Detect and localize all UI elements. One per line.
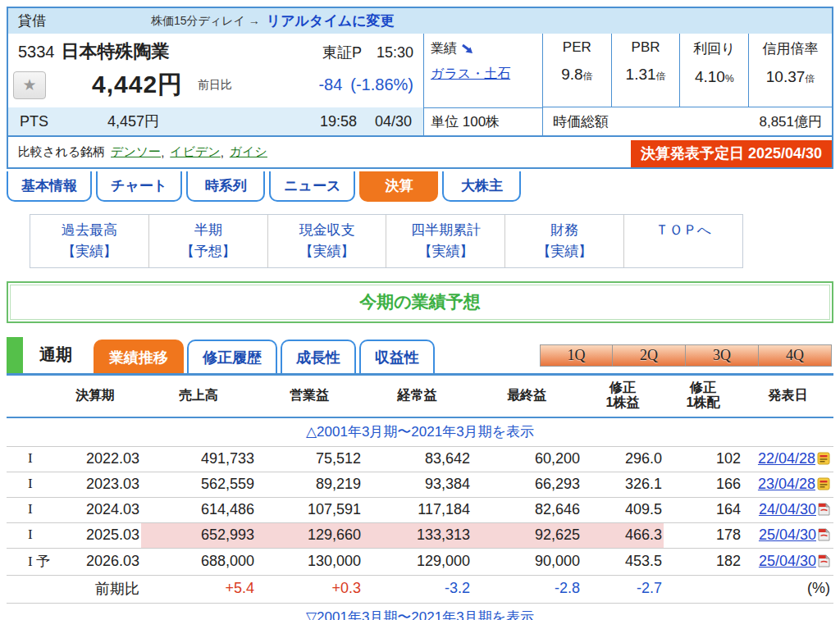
period-cell: 2025.03 (49, 522, 141, 548)
subnav-record-high[interactable]: 過去最高【実績】 (30, 215, 148, 267)
tab-growth[interactable]: 成長性 (281, 340, 356, 373)
quote-left-column: 5334 日本特殊陶業 東証P15:30 ★ 4,442円 前日比 -84(-1… (8, 34, 423, 135)
tab-major-shareholders[interactable]: 大株主 (442, 171, 521, 202)
sales-cell: 491,733 (141, 446, 256, 472)
metric-value: 10.37倍 (749, 68, 832, 86)
tab-performance-trend[interactable]: 業績推移 (94, 340, 184, 373)
empty-cell (7, 575, 49, 603)
yoy-sales: +5.4 (141, 575, 256, 603)
sector-column: 業績 ガラス・土石 単位 100株 (423, 34, 543, 135)
col-adjusted-eps: 修正1株益 (582, 376, 664, 417)
div-cell: 182 (664, 548, 742, 575)
scope-label: 通期 (39, 344, 72, 366)
quarter-button-2q[interactable]: 2Q (613, 344, 686, 367)
change-value: -84 (318, 75, 342, 93)
yoy-ord: -3.2 (363, 575, 472, 603)
div-cell: 164 (664, 497, 742, 522)
show-older-periods-link-bottom[interactable]: ▽2001年3月期〜2021年3月期を表示 (306, 609, 534, 620)
stock-detail-page: 貸借 株価15分ディレイ → リアルタイムに変更 5334 日本特殊陶業 東証P… (0, 0, 840, 620)
tab-profitability[interactable]: 収益性 (359, 340, 435, 373)
op-cell: 89,219 (256, 472, 363, 497)
subnav-quarterly-cumulative[interactable]: 四半期累計【実績】 (386, 215, 504, 267)
news-icon[interactable] (817, 477, 830, 490)
announce-date-link[interactable]: 25/04/30 (759, 527, 816, 543)
tab-revision-history[interactable]: 修正履歴 (187, 340, 277, 373)
pdf-icon[interactable] (818, 528, 830, 541)
range-link-row-bottom: ▽2001年3月期〜2021年3月期を表示 (7, 603, 833, 620)
pts-time: 19:58 (320, 113, 357, 130)
quarter-button-1q[interactable]: 1Q (540, 344, 613, 367)
quarter-button-3q[interactable]: 3Q (686, 344, 759, 367)
sector-label: 業績 (431, 40, 457, 57)
sector-block: 業績 ガラス・土石 (424, 34, 542, 107)
quote-topbar: 貸借 株価15分ディレイ → リアルタイムに変更 (8, 8, 832, 34)
subnav-half-year[interactable]: 半期【予想】 (148, 215, 267, 267)
subnav-cash-flow[interactable]: 現金収支【実績】 (267, 215, 386, 267)
earnings-table: 決算期 売上高 営業益 経常益 最終益 修正1株益 修正1株配 発表日 △200… (7, 376, 833, 620)
pts-price: 4,457円 (107, 112, 159, 131)
announce-date-link[interactable]: 24/04/30 (759, 501, 816, 517)
tab-news[interactable]: ニュース (269, 171, 355, 202)
table-row-2026-forecast: I 予 2026.03 688,000 130,000 129,000 90,0… (7, 548, 833, 575)
col-ordinary-profit: 経常益 (363, 376, 472, 417)
sales-cell: 652,993 (141, 522, 256, 548)
announce-date-link[interactable]: 22/04/28 (758, 450, 815, 467)
col-operating-profit: 営業益 (256, 376, 363, 417)
forecast-banner: 今期の業績予想 (7, 281, 833, 323)
metric-yield: 利回り 4.10% (679, 34, 748, 107)
unit-label: 単位 100株 (431, 112, 500, 131)
div-cell: 102 (664, 446, 742, 472)
col-adjusted-dividend: 修正1株配 (664, 376, 742, 417)
accounting-standard-marker: I (7, 472, 49, 497)
pdf-icon[interactable] (818, 503, 830, 516)
empty-cell (664, 575, 742, 603)
favorite-button[interactable]: ★ (13, 71, 46, 99)
price-row: ★ 4,442円 前日比 -84(-1.86%) (8, 64, 423, 107)
tab-chart[interactable]: チャート (96, 171, 182, 202)
metric-value: 9.8倍 (543, 66, 611, 84)
pdf-icon[interactable] (818, 554, 830, 568)
ord-cell: 93,384 (363, 472, 472, 497)
market-label: 東証P (322, 44, 362, 61)
announce-date-link[interactable]: 25/04/30 (759, 553, 816, 569)
net-cell: 82,646 (472, 497, 582, 522)
subnav-financials[interactable]: 財務【実績】 (504, 215, 623, 267)
period-cell: 2023.03 (49, 472, 141, 497)
tab-basic-info[interactable]: 基本情報 (7, 171, 92, 202)
quarter-buttons: 1Q 2Q 3Q 4Q (540, 344, 832, 367)
chart-arrow-icon[interactable] (460, 43, 475, 55)
date-cell: 25/04/30 (742, 522, 833, 548)
period-cell: 2022.03 (49, 446, 141, 472)
ord-cell: 133,313 (363, 522, 472, 548)
market-cap-row: 時価総額 8,851億円 (543, 107, 832, 135)
op-cell: 75,512 (256, 446, 363, 472)
quarter-button-4q[interactable]: 4Q (759, 344, 832, 367)
compare-link-ibiden[interactable]: イビデン (170, 144, 220, 160)
eps-cell: 453.5 (582, 548, 664, 575)
eps-cell: 466.3 (582, 522, 664, 548)
pts-label: PTS (20, 113, 48, 130)
announce-date-link[interactable]: 23/04/28 (758, 476, 815, 492)
yoy-op: +0.3 (256, 575, 363, 603)
realtime-switch-link[interactable]: リアルタイムに変更 (267, 11, 395, 30)
earnings-date-badge: 決算発表予定日 2025/04/30 (631, 140, 832, 167)
compare-link-gaishi[interactable]: ガイシ (230, 144, 267, 160)
metric-label: 信用倍率 (749, 39, 832, 58)
period-cell: 2024.03 (49, 497, 141, 522)
sector-link[interactable]: ガラス・土石 (431, 66, 510, 83)
ord-cell: 117,184 (363, 497, 472, 522)
compare-link-denso[interactable]: デンソー (111, 144, 161, 160)
tab-time-series[interactable]: 時系列 (186, 171, 265, 202)
sales-cell: 562,559 (141, 472, 256, 497)
market-cap-label: 時価総額 (553, 112, 609, 131)
date-cell: 22/04/28 (742, 446, 833, 472)
div-cell: 178 (664, 522, 742, 548)
tab-earnings[interactable]: 決算 (359, 171, 438, 202)
show-older-periods-link[interactable]: △2001年3月期〜2021年3月期を表示 (306, 424, 534, 440)
accounting-standard-marker: I (7, 497, 49, 522)
stock-name-row: 5334 日本特殊陶業 東証P15:30 (8, 34, 423, 64)
table-row-2023: I 2023.03 562,559 89,219 93,384 66,293 3… (7, 472, 833, 497)
news-icon[interactable] (817, 452, 830, 465)
subnav-top[interactable]: ＴＯＰへ (623, 215, 742, 267)
compare-label: 比較される銘柄 (18, 144, 105, 160)
